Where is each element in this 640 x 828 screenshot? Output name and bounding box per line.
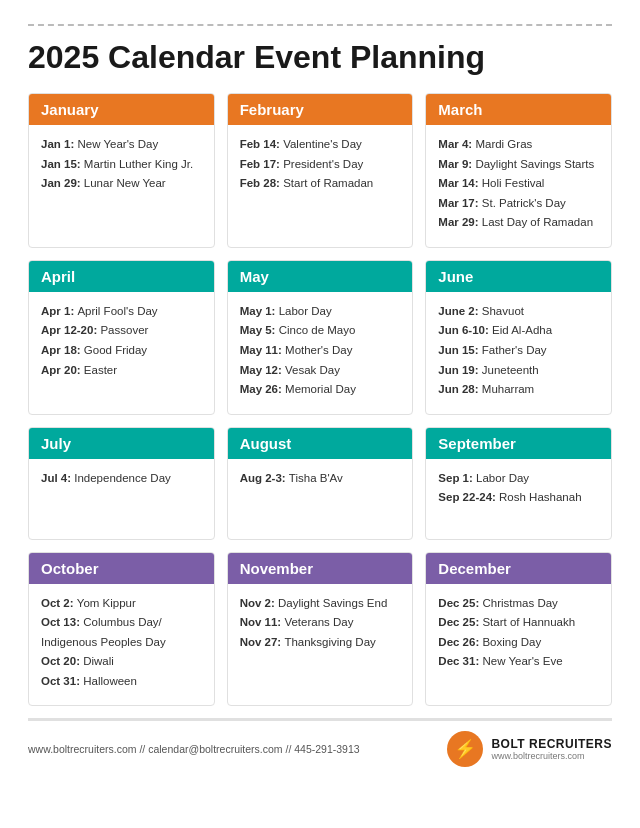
event-desc: Shavuot bbox=[482, 305, 524, 317]
event-desc: Thanksgiving Day bbox=[284, 636, 375, 648]
event-desc: Independence Day bbox=[74, 472, 171, 484]
month-body: Aug 2-3: Tisha B'Av bbox=[228, 459, 413, 539]
event-desc: April Fool's Day bbox=[77, 305, 157, 317]
event-desc: Boxing Day bbox=[482, 636, 541, 648]
event-line: Aug 2-3: Tisha B'Av bbox=[240, 469, 401, 489]
month-card-april: AprilApr 1: April Fool's DayApr 12-20: P… bbox=[28, 260, 215, 415]
event-desc: Start of Hannuakh bbox=[482, 616, 575, 628]
event-desc: Start of Ramadan bbox=[283, 177, 373, 189]
event-date: May 26: bbox=[240, 383, 285, 395]
event-desc: Father's Day bbox=[482, 344, 547, 356]
event-date: Aug 2-3: bbox=[240, 472, 289, 484]
event-line: Feb 14: Valentine's Day bbox=[240, 135, 401, 155]
event-date: May 5: bbox=[240, 324, 279, 336]
event-date: Oct 2: bbox=[41, 597, 77, 609]
event-date: Nov 27: bbox=[240, 636, 285, 648]
event-date: Jan 15: bbox=[41, 158, 84, 170]
event-date: Feb 28: bbox=[240, 177, 283, 189]
month-body: Jan 1: New Year's DayJan 15: Martin Luth… bbox=[29, 125, 214, 208]
month-body: Mar 4: Mardi GrasMar 9: Daylight Savings… bbox=[426, 125, 611, 247]
event-line: Oct 20: Diwali bbox=[41, 652, 202, 672]
footer-logo: ⚡ BOLT RECRUITERS www.boltrecruiters.com bbox=[447, 731, 612, 767]
event-line: Feb 28: Start of Ramadan bbox=[240, 174, 401, 194]
event-line: May 1: Labor Day bbox=[240, 302, 401, 322]
month-card-november: NovemberNov 2: Daylight Savings EndNov 1… bbox=[227, 552, 414, 707]
month-header: July bbox=[29, 428, 214, 459]
event-desc: Daylight Savings End bbox=[278, 597, 387, 609]
event-desc: Passover bbox=[100, 324, 148, 336]
event-date: Jun 6-10: bbox=[438, 324, 492, 336]
event-desc: Juneteenth bbox=[482, 364, 539, 376]
event-line: Oct 13: Columbus Day/ Indigenous Peoples… bbox=[41, 613, 202, 652]
event-line: Oct 2: Yom Kippur bbox=[41, 594, 202, 614]
month-header: June bbox=[426, 261, 611, 292]
logo-name: BOLT RECRUITERS bbox=[491, 737, 612, 751]
event-date: Mar 29: bbox=[438, 216, 481, 228]
event-line: Apr 12-20: Passover bbox=[41, 321, 202, 341]
event-desc: Diwali bbox=[83, 655, 114, 667]
month-body: Sep 1: Labor DaySep 22-24: Rosh Hashanah bbox=[426, 459, 611, 539]
event-date: Apr 12-20: bbox=[41, 324, 100, 336]
event-date: Apr 1: bbox=[41, 305, 77, 317]
event-line: Jul 4: Independence Day bbox=[41, 469, 202, 489]
event-desc: New Year's Day bbox=[77, 138, 158, 150]
event-desc: Cinco de Mayo bbox=[279, 324, 356, 336]
event-desc: Labor Day bbox=[279, 305, 332, 317]
event-desc: Martin Luther King Jr. bbox=[84, 158, 193, 170]
event-date: Jan 29: bbox=[41, 177, 84, 189]
event-date: Dec 25: bbox=[438, 616, 482, 628]
bolt-icon: ⚡ bbox=[447, 731, 483, 767]
event-date: May 12: bbox=[240, 364, 285, 376]
event-date: Nov 11: bbox=[240, 616, 285, 628]
month-body: Oct 2: Yom KippurOct 13: Columbus Day/ I… bbox=[29, 584, 214, 706]
event-date: Sep 1: bbox=[438, 472, 476, 484]
month-card-february: FebruaryFeb 14: Valentine's DayFeb 17: P… bbox=[227, 93, 414, 248]
event-line: May 12: Vesak Day bbox=[240, 361, 401, 381]
event-date: Sep 22-24: bbox=[438, 491, 499, 503]
month-card-october: OctoberOct 2: Yom KippurOct 13: Columbus… bbox=[28, 552, 215, 707]
month-body: Jul 4: Independence Day bbox=[29, 459, 214, 539]
event-date: Jun 19: bbox=[438, 364, 481, 376]
event-line: Mar 29: Last Day of Ramadan bbox=[438, 213, 599, 233]
event-line: Feb 17: President's Day bbox=[240, 155, 401, 175]
event-desc: Veterans Day bbox=[284, 616, 353, 628]
event-desc: Eid Al-Adha bbox=[492, 324, 552, 336]
event-date: Oct 31: bbox=[41, 675, 83, 687]
event-line: Jun 28: Muharram bbox=[438, 380, 599, 400]
event-date: Jun 15: bbox=[438, 344, 481, 356]
month-card-june: JuneJune 2: ShavuotJun 6-10: Eid Al-Adha… bbox=[425, 260, 612, 415]
event-date: Feb 14: bbox=[240, 138, 283, 150]
month-body: May 1: Labor DayMay 5: Cinco de MayoMay … bbox=[228, 292, 413, 414]
event-line: May 5: Cinco de Mayo bbox=[240, 321, 401, 341]
month-header: March bbox=[426, 94, 611, 125]
event-desc: Mardi Gras bbox=[475, 138, 532, 150]
month-header: May bbox=[228, 261, 413, 292]
event-date: May 1: bbox=[240, 305, 279, 317]
event-desc: Easter bbox=[84, 364, 117, 376]
event-date: Mar 14: bbox=[438, 177, 481, 189]
event-line: Mar 9: Daylight Savings Starts bbox=[438, 155, 599, 175]
event-line: Mar 17: St. Patrick's Day bbox=[438, 194, 599, 214]
event-date: Mar 17: bbox=[438, 197, 481, 209]
event-line: Nov 11: Veterans Day bbox=[240, 613, 401, 633]
event-line: Dec 31: New Year's Eve bbox=[438, 652, 599, 672]
event-desc: Valentine's Day bbox=[283, 138, 362, 150]
logo-url: www.boltrecruiters.com bbox=[491, 751, 612, 762]
event-date: Mar 4: bbox=[438, 138, 475, 150]
event-desc: Memorial Day bbox=[285, 383, 356, 395]
page: 2025 Calendar Event Planning JanuaryJan … bbox=[0, 0, 640, 783]
event-line: Apr 20: Easter bbox=[41, 361, 202, 381]
month-header: April bbox=[29, 261, 214, 292]
event-line: Sep 1: Labor Day bbox=[438, 469, 599, 489]
event-desc: Last Day of Ramadan bbox=[482, 216, 593, 228]
event-desc: Christmas Day bbox=[482, 597, 557, 609]
event-date: Oct 20: bbox=[41, 655, 83, 667]
event-line: Sep 22-24: Rosh Hashanah bbox=[438, 488, 599, 508]
month-header: January bbox=[29, 94, 214, 125]
event-date: Apr 20: bbox=[41, 364, 84, 376]
event-line: Oct 31: Halloween bbox=[41, 672, 202, 692]
event-date: June 2: bbox=[438, 305, 481, 317]
event-date: Nov 2: bbox=[240, 597, 278, 609]
calendar-grid: JanuaryJan 1: New Year's DayJan 15: Mart… bbox=[28, 93, 612, 706]
event-date: May 11: bbox=[240, 344, 285, 356]
